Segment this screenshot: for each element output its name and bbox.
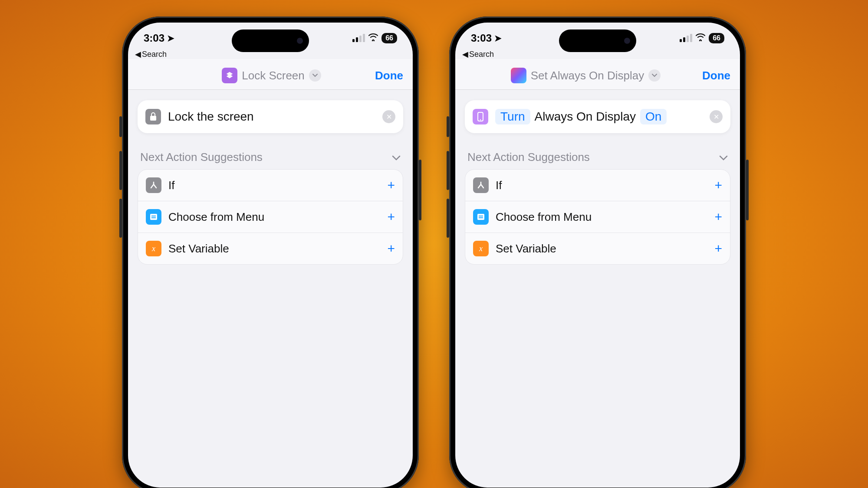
suggestion-list: If + Choose from Menu + x Set Variable + xyxy=(465,169,730,265)
remove-action-button[interactable]: ✕ xyxy=(710,110,723,123)
volume-down[interactable] xyxy=(447,199,449,238)
volume-down[interactable] xyxy=(119,199,122,238)
variable-icon: x xyxy=(146,241,161,256)
dynamic-island xyxy=(232,29,309,52)
add-icon[interactable]: + xyxy=(714,241,722,256)
suggestion-set-variable[interactable]: x Set Variable + xyxy=(138,233,403,264)
wifi-icon xyxy=(368,33,378,43)
back-chevron-icon: ◀ xyxy=(135,49,141,59)
stage: 3:03 ➤ 66 ◀ Search xyxy=(0,0,868,488)
remove-action-button[interactable]: ✕ xyxy=(382,110,395,123)
suggestion-set-variable[interactable]: x Set Variable + xyxy=(465,233,730,264)
shortcut-app-icon xyxy=(222,68,237,83)
shortcut-title[interactable]: Lock Screen xyxy=(242,69,305,82)
mute-switch[interactable] xyxy=(119,116,122,137)
screen: 3:03 ➤ 66 ◀ Search xyxy=(455,23,740,488)
svg-rect-1 xyxy=(150,214,157,220)
add-icon[interactable]: + xyxy=(714,210,722,224)
suggestion-choose-menu[interactable]: Choose from Menu + xyxy=(465,201,730,233)
screen: 3:03 ➤ 66 ◀ Search xyxy=(128,23,413,488)
phone-left: 3:03 ➤ 66 ◀ Search xyxy=(122,16,419,488)
action-card[interactable]: Lock the screen ✕ xyxy=(138,100,403,133)
svg-rect-6 xyxy=(477,214,484,220)
volume-up[interactable] xyxy=(119,151,122,190)
wifi-icon xyxy=(696,33,705,43)
suggestions-title: Next Action Suggestions xyxy=(467,151,590,164)
back-to-search[interactable]: ◀ Search xyxy=(135,49,167,59)
action-text: Lock the screen xyxy=(168,110,375,124)
battery-badge: 66 xyxy=(709,33,724,43)
suggestion-label: Set Variable xyxy=(168,242,380,255)
editor-body: Lock the screen ✕ Next Action Suggestion… xyxy=(128,90,413,275)
suggestions-header[interactable]: Next Action Suggestions xyxy=(465,151,730,169)
chevron-down-icon xyxy=(392,152,401,163)
action-card[interactable]: Turn Always On Display On ✕ xyxy=(465,100,730,133)
add-icon[interactable]: + xyxy=(387,210,395,224)
variable-icon: x xyxy=(473,241,489,256)
shortcut-app-icon xyxy=(511,68,526,83)
add-icon[interactable]: + xyxy=(714,178,722,193)
phone-icon xyxy=(473,109,488,124)
suggestion-choose-menu[interactable]: Choose from Menu + xyxy=(138,201,403,233)
suggestion-label: Choose from Menu xyxy=(168,210,380,224)
branch-icon xyxy=(146,177,161,193)
cellular-icon xyxy=(352,34,365,42)
clock: 3:03 xyxy=(471,32,492,44)
add-icon[interactable]: + xyxy=(387,241,395,256)
title-menu-button[interactable] xyxy=(309,69,321,82)
suggestions-header[interactable]: Next Action Suggestions xyxy=(138,151,403,169)
branch-icon xyxy=(473,177,489,193)
done-button[interactable]: Done xyxy=(375,69,403,82)
svg-rect-0 xyxy=(150,116,156,121)
menu-icon xyxy=(473,209,489,225)
suggestion-if[interactable]: If + xyxy=(465,170,730,201)
editor-body: Turn Always On Display On ✕ Next Action … xyxy=(455,90,740,275)
add-icon[interactable]: + xyxy=(387,178,395,193)
nav-bar: Set Always On Display Done xyxy=(455,59,740,90)
shortcut-title[interactable]: Set Always On Display xyxy=(531,69,644,82)
chevron-down-icon xyxy=(719,152,728,163)
suggestion-label: If xyxy=(168,179,380,192)
volume-up[interactable] xyxy=(447,151,449,190)
on-pill[interactable]: On xyxy=(640,109,667,124)
suggestions-title: Next Action Suggestions xyxy=(140,151,263,164)
lock-icon xyxy=(145,109,161,124)
back-to-search[interactable]: ◀ Search xyxy=(462,49,494,59)
suggestion-label: Choose from Menu xyxy=(496,210,707,224)
suggestion-if[interactable]: If + xyxy=(138,170,403,201)
location-icon: ➤ xyxy=(167,33,174,43)
suggestion-label: Set Variable xyxy=(496,242,707,255)
cellular-icon xyxy=(680,34,692,42)
svg-point-5 xyxy=(480,119,481,120)
turn-pill[interactable]: Turn xyxy=(495,109,530,124)
power-button[interactable] xyxy=(746,160,749,220)
done-button[interactable]: Done xyxy=(702,69,730,82)
action-text: Turn Always On Display On xyxy=(495,109,703,124)
title-menu-button[interactable] xyxy=(648,69,661,82)
back-chevron-icon: ◀ xyxy=(462,49,468,59)
mute-switch[interactable] xyxy=(447,116,449,137)
power-button[interactable] xyxy=(419,160,421,220)
menu-icon xyxy=(146,209,161,225)
clock: 3:03 xyxy=(144,32,164,44)
suggestion-label: If xyxy=(496,179,707,192)
action-plain-text: Always On Display xyxy=(535,110,636,124)
back-label: Search xyxy=(142,50,167,59)
phone-right: 3:03 ➤ 66 ◀ Search xyxy=(449,16,746,488)
nav-bar: Lock Screen Done xyxy=(128,59,413,90)
dynamic-island xyxy=(559,29,636,52)
back-label: Search xyxy=(469,50,494,59)
suggestion-list: If + Choose from Menu + x Set Variable + xyxy=(138,169,403,265)
location-icon: ➤ xyxy=(494,33,502,43)
battery-badge: 66 xyxy=(381,33,397,43)
